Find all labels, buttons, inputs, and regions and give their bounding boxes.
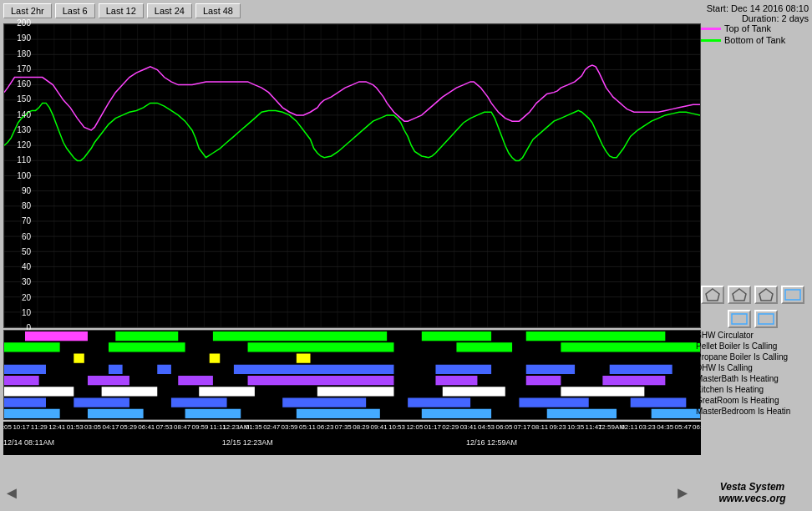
- timeline-event-label: Pellet Boiler Is Calling: [696, 341, 809, 352]
- svg-rect-80: [456, 342, 512, 352]
- svg-rect-83: [210, 353, 220, 362]
- icon-square-1[interactable]: [781, 286, 804, 304]
- svg-rect-4: [732, 314, 747, 324]
- svg-rect-84: [297, 353, 311, 362]
- y-axis-label: 50: [22, 247, 31, 256]
- x-axis-label: 04:35: [657, 423, 673, 431]
- svg-rect-73: [115, 331, 178, 341]
- timeline-labels: SHW CirculatorPellet Boiler Is CallingPr…: [696, 330, 809, 420]
- x-axis-label: 05:29: [120, 423, 137, 431]
- svg-rect-78: [109, 342, 185, 352]
- svg-rect-90: [526, 365, 575, 374]
- legend-item: Top of Tank: [696, 23, 809, 33]
- time-range-button[interactable]: Last 12: [99, 3, 144, 18]
- time-range-button[interactable]: Last 48: [195, 3, 241, 18]
- icon-square-3[interactable]: [754, 310, 778, 328]
- x-axis-label: 09:41: [371, 423, 388, 431]
- svg-rect-116: [422, 409, 491, 418]
- y-axis-label: 80: [22, 201, 31, 210]
- date-separator-label: 12/14 08:11AM: [3, 438, 54, 447]
- svg-rect-113: [88, 409, 144, 418]
- x-axis-label: 11:29: [31, 423, 48, 431]
- icon-house-2[interactable]: [728, 286, 751, 304]
- y-axis-label: 10: [22, 308, 31, 317]
- svg-marker-2: [759, 289, 773, 301]
- svg-rect-79: [248, 342, 394, 352]
- x-axis-label: 03:41: [460, 423, 477, 431]
- x-axis-label: 10:17: [13, 423, 29, 431]
- main-chart: [3, 23, 701, 328]
- x-axis-label: 03:59: [282, 423, 298, 431]
- x-axis-label: 01:17: [424, 423, 441, 431]
- x-axis-label: 07:53: [156, 423, 173, 431]
- x-axis-label: 04:17: [102, 423, 119, 431]
- y-axis-label: 20: [22, 293, 31, 302]
- y-axis-label: 60: [22, 232, 31, 241]
- svg-rect-96: [435, 376, 477, 385]
- svg-rect-82: [74, 353, 84, 362]
- time-range-button[interactable]: Last 24: [147, 3, 192, 18]
- svg-rect-100: [102, 387, 158, 396]
- date-separator-label: 12/16 12:59AM: [466, 438, 517, 447]
- svg-rect-75: [422, 331, 491, 341]
- svg-rect-104: [561, 387, 644, 396]
- x-axis-label: 12:05: [406, 423, 423, 431]
- svg-rect-81: [561, 342, 700, 352]
- svg-rect-99: [4, 387, 74, 396]
- x-axis-label: 10:35: [567, 423, 584, 431]
- time-range-button[interactable]: Last 6: [55, 3, 95, 18]
- timeline-event-label: Propane Boiler Is Calling: [696, 352, 809, 362]
- y-axis-label: 190: [17, 33, 31, 43]
- vesta-url: www.vecs.org: [696, 493, 809, 504]
- timeline: [3, 330, 701, 420]
- nav-left-button[interactable]: ◄: [3, 483, 20, 503]
- start-label: Start: Dec 14 2016 08:10: [707, 3, 809, 13]
- legend-label: Top of Tank: [724, 23, 771, 33]
- vesta-system: Vesta System: [696, 481, 809, 493]
- x-axis-label: 04:53: [478, 423, 495, 431]
- y-axis-label: 140: [17, 110, 31, 119]
- svg-rect-117: [547, 409, 617, 418]
- svg-rect-77: [4, 342, 60, 352]
- y-axis-label: 150: [17, 94, 31, 104]
- timeline-event-label: MasterBedroom Is Heatin: [696, 406, 809, 417]
- toolbar: Last 2hrLast 6Last 12Last 24Last 48: [3, 3, 241, 18]
- x-axis-label: 09:05: [3, 423, 12, 431]
- timeline-event-label: MasterBath Is Heating: [696, 373, 809, 384]
- y-axis-label: 90: [22, 186, 31, 195]
- svg-rect-103: [443, 387, 505, 396]
- svg-rect-72: [25, 331, 88, 341]
- svg-rect-87: [157, 365, 171, 374]
- svg-rect-76: [526, 331, 666, 341]
- x-axis-label: 10:53: [388, 423, 405, 431]
- x-axis-label: 08:29: [353, 423, 369, 431]
- x-axis-label: 12:41: [48, 423, 65, 431]
- timeline-event-label: Kitchen Is Heating: [696, 384, 809, 395]
- icon-house-3[interactable]: [754, 286, 778, 304]
- svg-rect-108: [282, 397, 366, 407]
- nav-right-button[interactable]: ►: [674, 483, 691, 503]
- x-axis-label: 06:23: [317, 423, 333, 431]
- legend: Top of TankBottom of Tank: [696, 23, 809, 47]
- svg-rect-111: [631, 397, 687, 407]
- y-axis-label: 100: [17, 171, 31, 180]
- time-range-button[interactable]: Last 2hr: [3, 3, 52, 18]
- header-info: Start: Dec 14 2016 08:10 Duration: 2 day…: [707, 3, 809, 23]
- date-separator-label: 12/15 12:23AM: [222, 438, 273, 447]
- svg-rect-105: [4, 397, 46, 407]
- x-axis-label: 08:47: [174, 423, 190, 431]
- svg-marker-0: [706, 289, 719, 301]
- x-axis-label: 07:35: [335, 423, 352, 431]
- x-axis-label: 02:29: [442, 423, 459, 431]
- svg-rect-85: [4, 365, 46, 374]
- x-axis-label: 05:11: [299, 423, 316, 431]
- icon-house-1[interactable]: [701, 286, 724, 304]
- svg-rect-106: [74, 397, 129, 407]
- svg-rect-86: [109, 365, 123, 374]
- svg-rect-94: [178, 376, 213, 385]
- y-axis-label: 170: [17, 64, 31, 73]
- duration-label: Duration: 2 days: [707, 13, 809, 23]
- svg-rect-89: [435, 365, 491, 374]
- x-axis-label: 01:35: [246, 423, 262, 431]
- icon-square-2[interactable]: [728, 310, 751, 328]
